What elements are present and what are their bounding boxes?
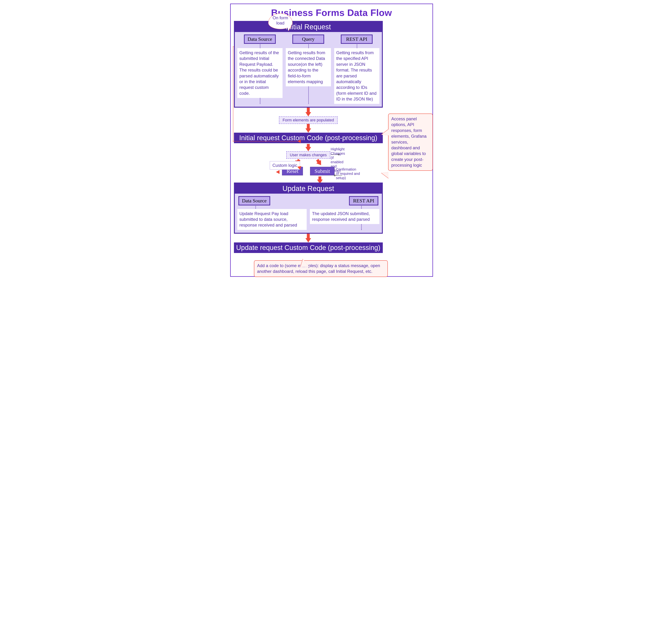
update-col-datasource: Data Source Update Request Pay load subm…: [237, 196, 307, 230]
arrow-to-custom-logic-icon: [297, 165, 301, 169]
col-header-restapi: REST API: [341, 35, 372, 44]
arrow-into-reset-icon: [276, 170, 279, 174]
diagram-frame: Business Forms Data Flow On form load In…: [230, 4, 433, 277]
connector-dot-icon: [334, 175, 336, 176]
right-callout-tail: [381, 172, 389, 178]
feedback-line-vert: [233, 46, 233, 141]
bottom-callout: Add a code to (some examples): display a…: [254, 260, 388, 277]
bottom-callout-tail: [300, 259, 309, 267]
initial-col-query: Query Getting results from the connected…: [286, 35, 331, 104]
col-header-datasource: Data Source: [244, 35, 276, 44]
initial-request-section: Initial Request Data Source Getting resu…: [234, 21, 383, 108]
arrow-down-icon: [305, 144, 311, 151]
col-desc-datasource: Update Request Pay load submitted to dat…: [237, 209, 307, 230]
arrow-fork-right-icon: [315, 158, 323, 167]
diagram-title: Business Forms Data Flow: [234, 7, 429, 18]
initial-request-header: Initial Request: [235, 22, 382, 32]
feedback-line-bot: [233, 141, 299, 141]
initial-col-restapi: REST API Getting results from the specif…: [334, 35, 380, 104]
feedback-arrow-to-reset: [298, 139, 301, 143]
col-header-restapi: REST API: [349, 196, 378, 205]
col-desc-query: Getting results from the connected Data …: [286, 48, 331, 86]
update-request-header: Update Request: [235, 183, 382, 194]
populated-note: Form elements are populated: [279, 116, 337, 124]
col-header-datasource: Data Source: [238, 196, 270, 205]
arrow-down-icon: [305, 108, 311, 116]
arrow-down-icon: [305, 234, 311, 242]
right-callout-tail: [381, 129, 389, 135]
col-desc-restapi: Getting results from the specified API s…: [334, 48, 380, 104]
update-custom-code-bar: Update request Custom Code (post-process…: [234, 242, 383, 253]
confirmation-label: Confirmation (if required and setup): [336, 167, 370, 180]
col-header-query: Query: [292, 35, 324, 44]
on-form-load-tail: [287, 26, 292, 31]
submit-button[interactable]: Submit: [310, 167, 335, 175]
update-request-section: Update Request Data Source Update Reques…: [234, 182, 383, 234]
user-changes-note: User makes changes: [286, 151, 330, 159]
update-col-restapi: REST API The updated JSON submitted, res…: [310, 196, 380, 230]
col-desc-datasource: Getting results of the submitted Initial…: [237, 48, 282, 98]
custom-logic-box: Custom logic: [270, 161, 300, 170]
right-callout: Access panel options, API responses, for…: [388, 113, 433, 171]
custom-logic-box-wrap: Custom logic: [270, 161, 300, 170]
initial-col-datasource: Data Source Getting results of the submi…: [237, 35, 282, 104]
col-desc-restapi: The updated JSON submitted, response rec…: [310, 209, 380, 224]
arrow-down-icon: [305, 124, 311, 133]
